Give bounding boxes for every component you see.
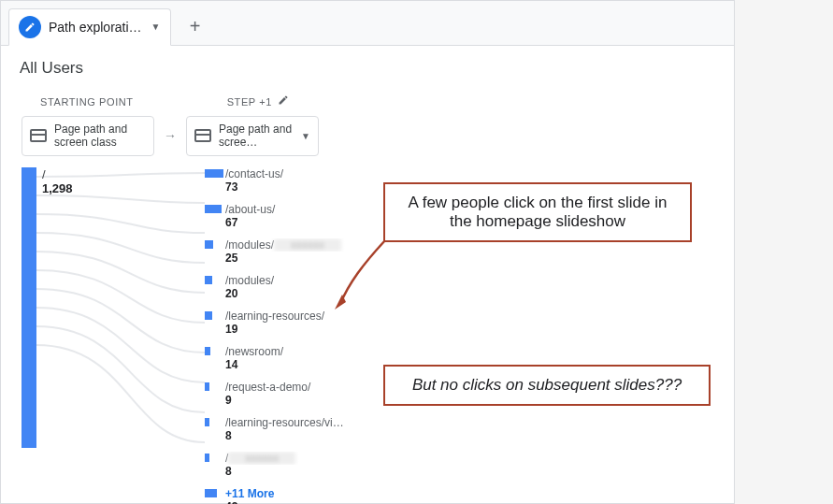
step1-more-link[interactable]: +11 More42 <box>205 487 392 504</box>
step1-node[interactable]: /learning-resources/19 <box>205 310 392 336</box>
step1-node[interactable]: /contact-us/73 <box>205 167 392 194</box>
node-value: 14 <box>225 358 392 371</box>
pencil-icon <box>19 16 41 38</box>
node-path: /about-us/ <box>225 203 392 216</box>
node-path: /contact-us/ <box>225 167 392 180</box>
node-path: /modules/xxxxxx <box>225 238 392 252</box>
step1-node-list: /contact-us/73/about-us/67/modules/xxxxx… <box>205 167 392 504</box>
node-bar <box>205 418 209 426</box>
step1-node[interactable]: /request-a-demo/9 <box>205 381 392 407</box>
node-bar <box>205 489 217 497</box>
path-exploration-canvas: STARTING POINT STEP +1 Page path and scr… <box>1 85 734 497</box>
selector-label: Page path and screen class <box>54 122 146 150</box>
node-path: /request-a-demo/ <box>225 381 392 394</box>
step1-node[interactable]: /newsroom/14 <box>205 345 392 371</box>
node-value: 42 <box>225 500 392 504</box>
node-bar <box>205 382 209 391</box>
node-bar <box>205 205 222 213</box>
node-bar <box>205 169 223 178</box>
selector-label: Page path and scree… <box>219 122 294 150</box>
step1-node[interactable]: /xxxxxx8 <box>205 452 392 478</box>
step-plus-1-header: STEP +1 <box>227 94 289 108</box>
node-value: 19 <box>225 323 392 336</box>
start-node-path: / <box>42 167 73 181</box>
node-value: 25 <box>225 252 392 265</box>
node-bar <box>205 454 209 462</box>
node-path: +11 More <box>225 487 392 500</box>
node-value: 73 <box>225 180 392 194</box>
tab-label: Path explorati… <box>49 20 142 35</box>
chevron-down-icon: ▼ <box>301 131 310 141</box>
step-header-label: STEP +1 <box>227 96 272 108</box>
starting-point-header: STARTING POINT <box>40 94 134 108</box>
node-value: 20 <box>225 287 392 300</box>
tabs-bar: Path explorati… ▼ + <box>1 1 734 46</box>
screen-icon <box>194 129 211 142</box>
screen-icon <box>30 129 47 142</box>
pencil-icon[interactable] <box>278 94 289 108</box>
node-bar <box>205 347 210 355</box>
node-path: /learning-resources/ <box>225 310 392 323</box>
node-value: 8 <box>225 429 392 442</box>
segment-label[interactable]: All Users <box>1 46 734 85</box>
flow-links <box>36 167 223 485</box>
annotation-callout-1: A few people click on the first slide in… <box>383 182 692 242</box>
node-value: 67 <box>225 216 392 229</box>
start-node-value: 1,298 <box>42 181 73 195</box>
active-tab[interactable]: Path explorati… ▼ <box>8 8 171 46</box>
node-value: 8 <box>225 465 392 478</box>
step1-node[interactable]: /about-us/67 <box>205 203 392 229</box>
redacted-text: xxxxxx <box>274 238 341 252</box>
arrow-right-icon: → <box>164 128 177 143</box>
redacted-text: xxxxxx <box>228 452 295 465</box>
new-tab-button[interactable]: + <box>177 8 214 46</box>
step1-dimension-selector[interactable]: Page path and scree… ▼ <box>186 116 319 156</box>
node-path: /xxxxxx <box>225 452 392 465</box>
starting-point-dimension-selector[interactable]: Page path and screen class <box>22 116 154 156</box>
annotation-callout-2: But no clicks on subsequent slides??? <box>383 365 711 406</box>
node-path: /learning-resources/vi… <box>225 416 392 429</box>
step1-node[interactable]: /learning-resources/vi…8 <box>205 416 392 442</box>
tab-dropdown-caret[interactable]: ▼ <box>151 22 161 32</box>
node-bar <box>205 311 212 320</box>
step1-node[interactable]: /modules/xxxxxx25 <box>205 238 392 265</box>
node-path: /modules/ <box>225 274 392 287</box>
start-node-bar <box>22 167 36 448</box>
node-bar <box>205 240 213 249</box>
node-value: 9 <box>225 394 392 407</box>
node-path: /newsroom/ <box>225 345 392 358</box>
node-bar <box>205 276 212 284</box>
step1-node[interactable]: /modules/20 <box>205 274 392 300</box>
